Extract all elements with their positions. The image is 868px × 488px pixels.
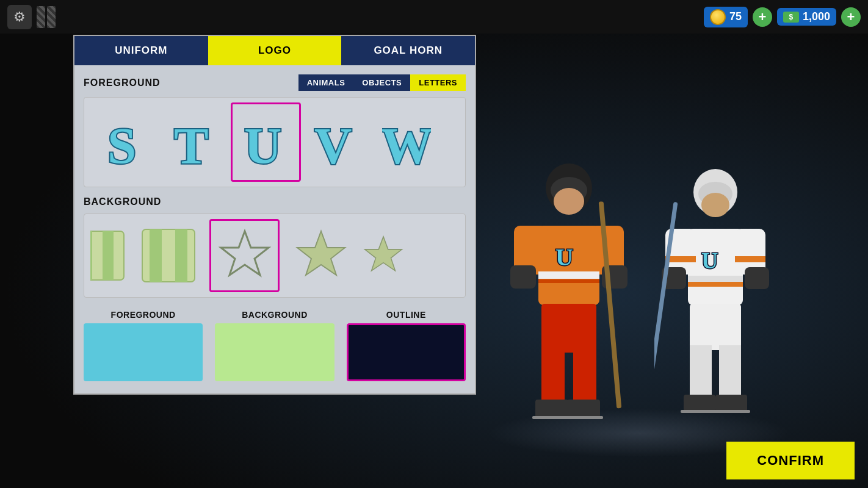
cash-amount: 1,000: [803, 10, 830, 23]
shape-star-partial[interactable]: [362, 219, 405, 292]
svg-rect-26: [535, 400, 568, 418]
player-orange: U: [502, 159, 636, 451]
letters-grid: S T U V: [84, 97, 466, 187]
cash-icon: [783, 12, 799, 23]
background-color-group: BACKGROUND: [215, 310, 334, 381]
shape-partial[interactable]: [90, 219, 127, 292]
svg-text:U: U: [244, 117, 281, 173]
letter-T[interactable]: T: [161, 102, 231, 182]
background-header: BACKGROUND: [84, 196, 466, 207]
svg-text:U: U: [701, 248, 718, 273]
shapes-grid: [84, 214, 466, 298]
foreground-color-label: FOREGROUND: [111, 310, 176, 320]
foreground-color-group: FOREGROUND: [84, 310, 203, 381]
svg-rect-44: [690, 304, 741, 350]
svg-text:S: S: [107, 117, 136, 173]
svg-rect-24: [541, 348, 565, 403]
svg-marker-13: [365, 237, 402, 271]
add-coins-button[interactable]: +: [753, 7, 772, 27]
tab-logo[interactable]: LOGO: [208, 36, 342, 65]
svg-rect-47: [684, 395, 715, 412]
letter-V[interactable]: V: [301, 102, 371, 182]
svg-rect-7: [103, 231, 114, 280]
outline-color-label: OUTLINE: [386, 310, 426, 320]
svg-text:V: V: [314, 117, 352, 173]
panel-content: FOREGROUND ANIMALS OBJECTS LETTERS S T: [74, 65, 475, 393]
background-color-label: BACKGROUND: [242, 310, 308, 320]
svg-rect-41: [688, 276, 743, 282]
svg-rect-9: [150, 229, 162, 282]
filter-animals-button[interactable]: ANIMALS: [298, 74, 354, 91]
filter-objects-button[interactable]: OBJECTS: [353, 74, 410, 91]
svg-rect-21: [538, 279, 599, 283]
svg-rect-20: [538, 271, 599, 279]
coin-icon: [710, 9, 726, 25]
svg-rect-27: [567, 400, 600, 418]
foreground-label: FOREGROUND: [84, 77, 161, 88]
svg-rect-30: [510, 265, 536, 289]
currency-group: 75 + 1,000 +: [704, 7, 861, 27]
tab-goal-horn[interactable]: GOAL HORN: [341, 36, 475, 65]
svg-rect-29: [564, 416, 603, 419]
filter-letters-button[interactable]: LETTERS: [410, 74, 466, 91]
outline-color-swatch[interactable]: [347, 323, 466, 381]
shape-star-filled[interactable]: [286, 219, 356, 292]
svg-rect-6: [90, 231, 92, 280]
svg-rect-48: [715, 395, 747, 412]
svg-marker-12: [297, 231, 345, 275]
svg-text:T: T: [174, 117, 209, 173]
customization-panel: UNIFORM LOGO GOAL HORN FOREGROUND ANIMAL…: [73, 35, 476, 395]
shape-star-outline[interactable]: [209, 219, 280, 292]
cash-display: 1,000: [777, 8, 836, 26]
letter-W[interactable]: W: [371, 102, 441, 182]
gear-icon: ⚙: [13, 9, 26, 25]
coin-display: 75: [704, 7, 748, 27]
colors-row: FOREGROUND BACKGROUND OUTLINE: [84, 310, 466, 381]
svg-rect-46: [719, 345, 741, 397]
filter-buttons: ANIMALS OBJECTS LETTERS: [298, 74, 466, 91]
add-cash-button[interactable]: +: [841, 7, 861, 27]
svg-text:U: U: [555, 243, 573, 271]
svg-text:W: W: [382, 117, 431, 173]
background-label: BACKGROUND: [84, 196, 161, 207]
tab-uniform[interactable]: UNIFORM: [74, 36, 208, 65]
svg-rect-52: [745, 267, 769, 289]
svg-rect-25: [573, 348, 596, 403]
letter-U[interactable]: U: [231, 102, 301, 182]
player-white: U: [654, 165, 776, 445]
players-preview: U: [410, 0, 868, 488]
svg-rect-50: [712, 410, 750, 413]
svg-rect-42: [688, 282, 743, 287]
foreground-color-swatch[interactable]: [84, 323, 203, 381]
svg-rect-45: [690, 345, 712, 397]
coin-amount: 75: [729, 10, 742, 23]
shape-stripe-double[interactable]: [133, 219, 203, 292]
foreground-header: FOREGROUND ANIMALS OBJECTS LETTERS: [84, 74, 466, 91]
background-color-swatch[interactable]: [215, 323, 334, 381]
outline-color-group: OUTLINE: [347, 310, 466, 381]
svg-point-16: [554, 188, 584, 215]
svg-point-35: [701, 193, 729, 217]
svg-rect-10: [175, 229, 187, 282]
confirm-button[interactable]: CONFIRM: [726, 442, 855, 479]
letter-S[interactable]: S: [90, 102, 161, 182]
svg-rect-40: [735, 256, 765, 262]
svg-marker-11: [221, 231, 269, 275]
decorative-stripes: [37, 6, 56, 28]
gear-button[interactable]: ⚙: [7, 5, 32, 29]
svg-rect-23: [541, 304, 596, 353]
tab-bar: UNIFORM LOGO GOAL HORN: [74, 36, 475, 65]
top-bar: ⚙ 75 + 1,000 +: [0, 0, 868, 34]
